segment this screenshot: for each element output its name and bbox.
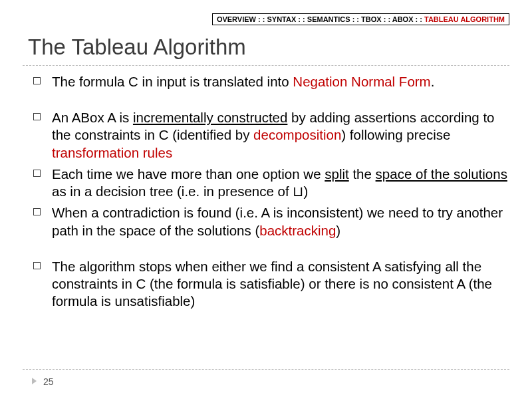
text: )	[303, 184, 308, 199]
text: ) following precise	[341, 127, 450, 142]
term-decomposition: decomposition	[253, 127, 341, 142]
term-nnf: Negation Normal Form	[293, 74, 430, 89]
breadcrumb: OVERVIEW : : SYNTAX : : SEMANTICS : : TB…	[212, 13, 509, 25]
breadcrumb-sep: : :	[296, 15, 307, 23]
breadcrumb-item-tbox: TBOX	[361, 15, 382, 23]
breadcrumb-item-abox: ABOX	[392, 15, 414, 23]
term-backtracking: backtracking	[259, 223, 336, 238]
breadcrumb-sep: : :	[414, 15, 425, 23]
divider-bottom	[23, 369, 509, 370]
term-split: split	[325, 166, 348, 182]
breadcrumb-item-syntax: SYNTAX	[267, 15, 296, 23]
term-incrementally-constructed: incrementally constructed	[133, 110, 287, 125]
list-item: Each time we have more than one option w…	[33, 166, 513, 200]
text: .	[431, 74, 435, 89]
breadcrumb-sep: : :	[256, 15, 267, 23]
text: )	[336, 223, 340, 238]
term-space-of-solutions: space of the solutions	[376, 166, 507, 182]
text: The algorithm stops when either we find …	[52, 259, 492, 309]
list-item: The formula C in input is translated int…	[33, 73, 513, 90]
text: as in a decision tree (i.e. in presence …	[52, 184, 293, 199]
divider-top	[23, 65, 509, 66]
breadcrumb-item-overview: OVERVIEW	[217, 15, 256, 23]
text: Each time we have more than one option w…	[52, 166, 325, 182]
breadcrumb-item-semantics: SEMANTICS	[307, 15, 350, 23]
list-item: An ABox A is incrementally constructed b…	[33, 109, 513, 162]
breadcrumb-sep: : :	[382, 15, 392, 23]
slide: OVERVIEW : : SYNTAX : : SEMANTICS : : TB…	[0, 0, 532, 399]
breadcrumb-item-tableau-algorithm: TABLEAU ALGORITHM	[424, 15, 505, 23]
slide-footer: 25	[32, 376, 54, 387]
triangle-right-icon	[32, 378, 37, 384]
disjunction-icon: ⊔	[293, 184, 303, 199]
text: the	[349, 166, 376, 182]
page-title: The Tableau Algorithm	[28, 35, 246, 60]
text: An ABox A is	[52, 110, 133, 125]
breadcrumb-sep: : :	[350, 15, 362, 23]
list-item: The algorithm stops when either we find …	[33, 258, 513, 311]
page-number: 25	[43, 376, 54, 387]
slide-content: The formula C in input is translated int…	[33, 73, 513, 315]
list-item: When a contradiction is found (i.e. A is…	[33, 204, 513, 239]
term-transformation-rules: transformation rules	[52, 145, 172, 160]
text: The formula C in input is translated int…	[52, 74, 293, 89]
